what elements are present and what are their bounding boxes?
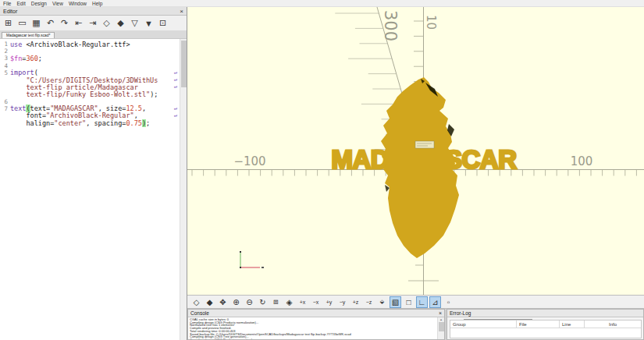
error-log-column-line[interactable]: Line xyxy=(560,321,585,328)
editor-title-bar: Editor × xyxy=(0,7,187,16)
console-title-bar: Console × xyxy=(188,310,444,317)
error-log-header: GroupFileLineInfo xyxy=(450,321,641,328)
line-number: 6 xyxy=(0,98,10,105)
animate-icon[interactable]: ◈ xyxy=(283,296,295,308)
menu-item-window[interactable]: Window xyxy=(69,1,87,6)
redo-icon[interactable]: ↷ xyxy=(59,17,70,29)
openscad-window: FileEditDesignViewWindowHelp Editor × ⊞▭… xyxy=(0,0,644,340)
menu-item-design[interactable]: Design xyxy=(31,1,47,6)
line-wrap-icon: ↵ xyxy=(174,105,177,112)
editor-scrollbar[interactable] xyxy=(180,39,187,340)
console-panel: Console × CGAL cache size in bytes: 0Com… xyxy=(187,309,445,340)
code-line: halign="center", spacing=0.75); xyxy=(0,119,187,126)
code-segment: text-flip/Funky Esboo-Wolt.stl" xyxy=(10,90,150,98)
line-wrap-icon: ↵ xyxy=(174,69,177,76)
zoom-in-icon[interactable]: ⊕ xyxy=(230,296,242,308)
view-top-icon[interactable]: +z xyxy=(350,296,361,308)
error-log-column-info[interactable]: Info xyxy=(585,321,641,328)
view-all-icon[interactable]: ⧈ xyxy=(270,296,282,308)
code-segment: 360 xyxy=(26,55,37,62)
code-segment: , xyxy=(142,104,146,112)
editor-toolbar: ⊞▭▦↶↷⇤⇥◇◆▽▼⊡ xyxy=(0,16,187,30)
model-madagascar-island xyxy=(381,77,459,258)
zoom-out-icon[interactable]: ⊖ xyxy=(244,296,255,308)
editor-panel: Editor × ⊞▭▦↶↷⇤⇥◇◆▽▼⊡ Madagascar text fl… xyxy=(0,7,187,340)
view-right-icon[interactable]: +x xyxy=(297,296,308,308)
view-diagonal-icon[interactable]: ⬙ xyxy=(376,296,388,308)
x-axis-label-positive: 100 xyxy=(571,154,593,168)
vertical-axis-label: 10 xyxy=(424,15,438,30)
send-to-printer-icon[interactable]: ⊡ xyxy=(157,17,169,29)
3d-viewport[interactable]: −100 100 300 10 MADAGASCAR xyxy=(187,7,644,295)
line-number: 1 xyxy=(0,41,10,48)
console-output: CGAL cache size in bytes: 0Compiling des… xyxy=(188,317,437,339)
preview-icon[interactable]: ◇ xyxy=(101,17,112,29)
code-segment: halign= xyxy=(10,119,54,127)
console-scrollbar[interactable]: ▴ xyxy=(437,317,444,339)
error-log-column-file[interactable]: File xyxy=(517,321,560,328)
code-segment: "center" xyxy=(54,119,86,127)
console-title: Console xyxy=(190,310,209,316)
line-wrap-icon: ↵ xyxy=(174,83,177,90)
code-segment: <ArchivoBlack-Regular.ttf> xyxy=(26,41,130,48)
error-log-title: Error-Log xyxy=(450,310,471,316)
show-axes-icon[interactable]: ∟ xyxy=(416,296,428,308)
menu-item-file[interactable]: File xyxy=(3,1,11,6)
indent-icon[interactable]: ⇥ xyxy=(87,17,98,29)
code-editor[interactable]: 1use <ArchivoBlack-Regular.ttf>23$fn=360… xyxy=(0,39,187,340)
error-log-column-group[interactable]: Group xyxy=(450,321,517,328)
export-stl-icon[interactable]: ▽ xyxy=(129,17,141,29)
view-left-icon[interactable]: −x xyxy=(310,296,322,308)
error-log-title-bar: Error-Log xyxy=(447,310,643,317)
code-segment: 0.75 xyxy=(126,119,141,127)
menu-item-help[interactable]: Help xyxy=(92,1,102,6)
menu-item-view[interactable]: View xyxy=(52,1,63,6)
code-segment: ; xyxy=(146,119,150,127)
preview-icon[interactable]: ◇ xyxy=(190,296,202,308)
code-line: 1use <ArchivoBlack-Regular.ttf> xyxy=(0,41,187,48)
open-icon[interactable]: ▭ xyxy=(16,17,28,29)
measurement-artifact xyxy=(415,141,434,148)
code-line: 3$fn=360; xyxy=(0,55,187,62)
console-close-icon[interactable]: × xyxy=(439,310,442,316)
line-wrap-icon: ↵ xyxy=(174,112,177,119)
view-front-icon[interactable]: +y xyxy=(323,296,335,308)
editor-close-icon[interactable]: × xyxy=(180,9,183,14)
diagonal-axis-label: 300 xyxy=(381,10,400,41)
show-edges-icon[interactable]: ▫ xyxy=(443,296,454,308)
error-log-panel: Error-Log Show All ⌄ GroupFileLineInfo xyxy=(447,309,644,340)
code-segment: , spacing= xyxy=(86,119,126,127)
perspective-icon[interactable]: ▧ xyxy=(390,296,401,308)
line-number: 3 xyxy=(0,55,10,62)
save-icon[interactable]: ▦ xyxy=(30,17,42,29)
menu-bar: FileEditDesignViewWindowHelp xyxy=(0,0,644,7)
line-number: 4 xyxy=(0,62,10,69)
code-segment: ); xyxy=(150,90,158,98)
render-icon[interactable]: ◆ xyxy=(115,17,126,29)
render-icon[interactable]: ◆ xyxy=(204,296,215,308)
export-off-icon[interactable]: ▼ xyxy=(143,17,155,29)
line-number: 2 xyxy=(0,48,10,55)
console-line: Compiling design (CSG Products generatio… xyxy=(190,338,436,339)
line-wrap-icon: ↵ xyxy=(174,76,177,83)
view-toolbar: ◇◆✥⊕⊖↻⧈◈+x−x+y−y+z−z⬙▧□∟⊿▫ xyxy=(187,295,644,309)
error-log-table: GroupFileLineInfo xyxy=(450,320,642,338)
view-bottom-icon[interactable]: −z xyxy=(363,296,375,308)
zoom-all-icon[interactable]: ✥ xyxy=(217,296,229,308)
orthogonal-icon[interactable]: □ xyxy=(403,296,415,308)
editor-tab[interactable]: Madagascar text flip.scad* xyxy=(2,32,55,38)
line-number: 7 xyxy=(0,105,10,112)
menu-item-edit[interactable]: Edit xyxy=(16,1,25,6)
x-axis-label-negative: −100 xyxy=(233,154,265,168)
reset-view-icon[interactable]: ↻ xyxy=(257,296,269,308)
unindent-icon[interactable]: ⇤ xyxy=(73,17,84,29)
editor-tab-bar: Madagascar text flip.scad* xyxy=(0,30,187,39)
code-segment: ; xyxy=(38,55,42,62)
editor-title: Editor xyxy=(3,9,17,14)
show-scale-markers-icon[interactable]: ⊿ xyxy=(429,296,441,308)
view-back-icon[interactable]: −y xyxy=(336,296,348,308)
undo-icon[interactable]: ↶ xyxy=(44,17,56,29)
code-segment: $fn xyxy=(10,55,22,62)
code-segment: use xyxy=(10,41,26,48)
new-file-icon[interactable]: ⊞ xyxy=(2,17,14,29)
